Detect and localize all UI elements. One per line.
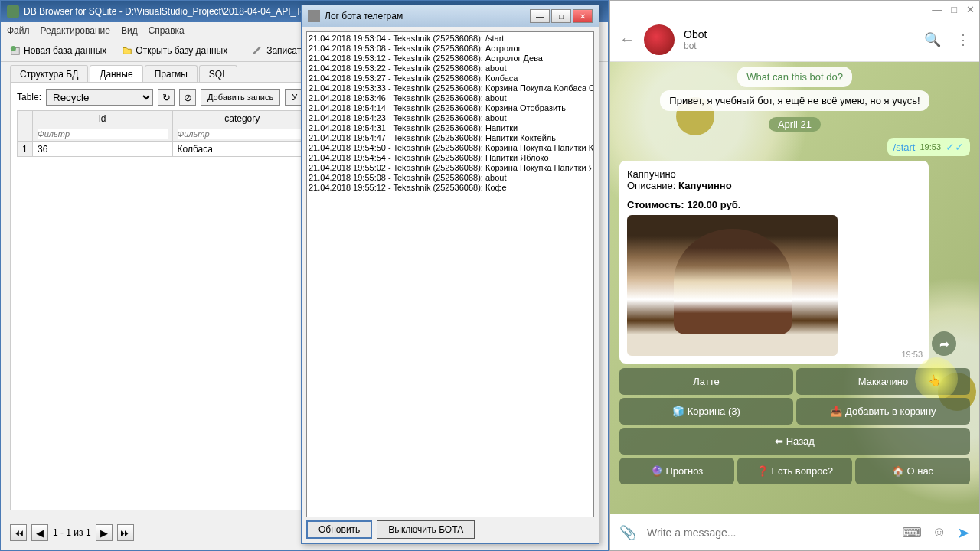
kb-forecast[interactable]: 🔮 Прогноз <box>619 458 734 484</box>
log-line: 21.04.2018 19:53:04 - Tekashnik (2525360… <box>309 34 592 44</box>
write-button[interactable]: Записать <box>250 44 309 57</box>
kb-macchiato[interactable]: Маккачино 👆 <box>796 368 970 395</box>
nav-last-button[interactable]: ⏭ <box>117 524 134 541</box>
log-title: Лог бота телеграм <box>325 11 403 21</box>
col-category[interactable]: category <box>172 111 312 126</box>
log-line: 21.04.2018 19:53:33 - Tekashnik (2525360… <box>309 83 592 93</box>
cursor-icon: 👆 <box>928 374 941 386</box>
table-label: Table: <box>17 92 41 103</box>
kb-back[interactable]: ⬅ Назад <box>619 428 970 455</box>
log-line: 21.04.2018 19:54:31 - Tekashnik (2525360… <box>309 123 592 133</box>
db-app-icon <box>7 5 19 18</box>
intro-bubble: Привет, я учебный бот, я ещё не всё умею… <box>660 90 929 111</box>
log-line: 21.04.2018 19:53:27 - Tekashnik (2525360… <box>309 73 592 83</box>
open-db-button[interactable]: Открыть базу данных <box>119 44 230 57</box>
log-content[interactable]: 21.04.2018 19:53:04 - Tekashnik (2525360… <box>306 31 594 517</box>
keyboard-icon[interactable]: ⌨ <box>902 524 922 541</box>
log-line: 21.04.2018 19:54:50 - Tekashnik (2525360… <box>309 143 592 153</box>
product-image <box>627 215 838 356</box>
nav-first-button[interactable]: ⏮ <box>10 524 27 541</box>
kb-add[interactable]: 📥 Добавить в корзину <box>796 398 970 425</box>
tab-pragmas[interactable]: Прагмы <box>145 65 198 82</box>
product-title: Каппучино <box>627 168 921 180</box>
telegram-window: — □ ✕ ← Obot bot 🔍 ⋮ What can this bot d… <box>609 0 980 551</box>
bot-avatar[interactable] <box>644 24 675 55</box>
col-id[interactable]: id <box>33 111 173 126</box>
log-line: 21.04.2018 19:55:02 - Tekashnik (2525360… <box>309 163 592 173</box>
log-line: 21.04.2018 19:53:46 - Tekashnik (2525360… <box>309 93 592 103</box>
what-bubble: What can this bot do? <box>737 67 852 87</box>
add-record-button[interactable]: Добавить запись <box>201 89 280 106</box>
kb-cart[interactable]: 🧊 Корзина (3) <box>619 398 793 425</box>
log-titlebar[interactable]: Лог бота телеграм — □ ✕ <box>302 5 599 27</box>
log-window: Лог бота телеграм — □ ✕ 21.04.2018 19:53… <box>301 5 599 544</box>
db-title: DB Browser for SQLite - D:\VisualStudio_… <box>24 6 315 17</box>
tab-data[interactable]: Данные <box>90 65 142 82</box>
filter-category[interactable] <box>178 129 308 139</box>
kb-about[interactable]: 🏠 О нас <box>855 458 970 484</box>
nav-next-button[interactable]: ▶ <box>96 524 113 541</box>
bot-name[interactable]: Obot <box>684 28 707 41</box>
menu-edit[interactable]: Редактирование <box>41 25 110 36</box>
message-input-bar: 📎 ⌨ ☺ ➤ <box>610 514 979 550</box>
clear-filter-button[interactable]: ⊘ <box>179 89 196 106</box>
svg-point-1 <box>11 45 16 51</box>
stop-bot-button[interactable]: Выключить БОТА <box>377 520 475 539</box>
date-badge: April 21 <box>769 117 821 132</box>
tg-header: ← Obot bot 🔍 ⋮ <box>610 18 979 62</box>
chat-area[interactable]: What can this bot do? Привет, я учебный … <box>610 62 979 514</box>
nav-info: 1 - 1 из 1 <box>53 527 91 538</box>
log-line: 21.04.2018 19:55:12 - Tekashnik (2525360… <box>309 183 592 193</box>
minimize-button[interactable]: — <box>530 9 550 23</box>
new-db-button[interactable]: Новая база данных <box>7 44 109 57</box>
log-line: 21.04.2018 19:54:54 - Tekashnik (2525360… <box>309 153 592 163</box>
close-button[interactable]: ✕ <box>573 9 593 23</box>
inline-keyboard: Латте Маккачино 👆 🧊 Корзина (3) 📥 Добави… <box>619 368 970 484</box>
back-icon[interactable]: ← <box>619 31 635 48</box>
user-message[interactable]: /start 19:53 ✓✓ <box>887 138 970 156</box>
search-icon[interactable]: 🔍 <box>924 31 941 48</box>
nav-prev-button[interactable]: ◀ <box>31 524 48 541</box>
product-card[interactable]: Каппучино Описание: Капучинно Стоимость:… <box>619 161 929 364</box>
refresh-button[interactable]: ↻ <box>158 89 175 106</box>
tg-window-controls: — □ ✕ <box>610 1 979 18</box>
log-app-icon <box>308 10 320 22</box>
log-line: 21.04.2018 19:54:14 - Tekashnik (2525360… <box>309 103 592 113</box>
refresh-log-button[interactable]: Обновить <box>306 520 372 539</box>
log-line: 21.04.2018 19:54:47 - Tekashnik (2525360… <box>309 133 592 143</box>
log-line: 21.04.2018 19:55:08 - Tekashnik (2525360… <box>309 173 592 183</box>
log-line: 21.04.2018 19:54:23 - Tekashnik (2525360… <box>309 113 592 123</box>
tab-sql[interactable]: SQL <box>199 65 237 82</box>
bot-sub: bot <box>684 41 707 51</box>
menu-icon[interactable]: ⋮ <box>956 31 970 48</box>
menu-view[interactable]: Вид <box>121 25 138 36</box>
menu-file[interactable]: Файл <box>7 25 30 36</box>
log-line: 21.04.2018 19:53:22 - Tekashnik (2525360… <box>309 64 592 73</box>
attach-icon[interactable]: 📎 <box>619 524 636 541</box>
filter-id[interactable] <box>38 129 168 139</box>
message-input[interactable] <box>647 527 891 539</box>
emoji-icon[interactable]: ☺ <box>933 524 946 540</box>
kb-question[interactable]: ❓ Есть вопрос? <box>737 458 852 484</box>
forward-button[interactable]: ➦ <box>932 331 956 356</box>
maximize-button[interactable]: □ <box>551 9 571 23</box>
read-checks-icon: ✓✓ <box>946 141 964 153</box>
log-line: 21.04.2018 19:53:12 - Tekashnik (2525360… <box>309 54 592 64</box>
tg-minimize-button[interactable]: — <box>932 4 942 15</box>
kb-latte[interactable]: Латте <box>619 368 793 395</box>
menu-help[interactable]: Справка <box>149 25 185 36</box>
tg-maximize-button[interactable]: □ <box>951 4 957 15</box>
tg-close-button[interactable]: ✕ <box>966 4 975 15</box>
tab-structure[interactable]: Структура БД <box>10 65 88 82</box>
log-line: 21.04.2018 19:53:08 - Tekashnik (2525360… <box>309 44 592 54</box>
send-icon[interactable]: ➤ <box>957 523 970 542</box>
table-select[interactable]: Recycle <box>46 89 153 106</box>
